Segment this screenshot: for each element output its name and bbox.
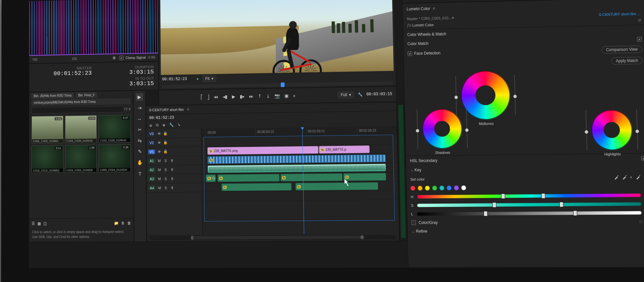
sequence-link[interactable]: 0-CENTURY short film … [599, 12, 641, 16]
comparison-view-button[interactable]: Comparison View [601, 45, 642, 53]
new-item-icon[interactable]: 🗎 [121, 221, 125, 225]
hsl-refine-label[interactable]: Refine [416, 229, 428, 234]
settings-icon[interactable]: ⚙ [112, 55, 117, 61]
step-fwd-icon[interactable]: ▮▸ [240, 94, 244, 99]
hsl-swatch[interactable] [454, 185, 459, 190]
ruler-tick: 00:02:59:19 [357, 127, 376, 136]
color-gray-toggle[interactable] [411, 221, 416, 225]
more-icon[interactable]: » [293, 93, 296, 98]
timeline-clip[interactable]: fx239_MATTE.png [207, 146, 318, 155]
link-icon[interactable]: ⧉ [156, 123, 159, 127]
face-detection-toggle[interactable]: ✓ Face Detection [408, 51, 441, 56]
slip-tool[interactable]: ⇆ [136, 137, 143, 145]
project-clip[interactable]: 3:11C018_C012_0108BQ [32, 145, 63, 173]
timeline-current-tc[interactable]: 00:01:52:23 [149, 116, 174, 120]
pen-tool[interactable]: ✎ [136, 148, 143, 155]
highlights-wheel[interactable] [591, 110, 633, 150]
marker-icon[interactable]: ◈ [163, 123, 166, 127]
timeline-clip[interactable]: fx [222, 183, 292, 191]
new-bin-icon[interactable]: 📁 [114, 221, 119, 225]
project-clip[interactable]: 1:58C019_C002_0108DE [65, 145, 97, 173]
hsl-swatch[interactable] [447, 186, 451, 191]
type-tool[interactable]: T [136, 170, 144, 177]
eyedropper-add[interactable]: ＋ [622, 174, 633, 180]
bin-crumb[interactable]: Bin: JGH4s from R3D Trims [32, 93, 74, 99]
timeline-clip[interactable]: fx [217, 174, 279, 182]
export-frame-icon[interactable]: 📷 [274, 93, 280, 99]
hsl-swatch[interactable] [432, 186, 437, 191]
track-select-tool[interactable]: ⇥ [136, 104, 143, 112]
program-current-tc[interactable]: 00:01:52:23 [162, 77, 187, 81]
program-transport[interactable]: ⎡ ⎦ ⏮ ◂▮ ▶ ▮▸ ⏭ ⤒ ⤓ 📷 ▣ » [163, 89, 334, 103]
add-track-icon[interactable]: ↳ [177, 122, 181, 127]
audio-track-header[interactable]: A1MS🎙 [147, 156, 202, 165]
list-view-icon[interactable]: ☰ [32, 221, 35, 226]
hsl-preset-swatches[interactable] [411, 185, 466, 191]
hsl-key-label[interactable]: Key [414, 168, 421, 173]
zoom-fit-select[interactable]: Fit▾ [203, 75, 216, 82]
project-clip[interactable]: 1:23C050_C003_01096C [32, 116, 63, 144]
video-track-header[interactable]: V1👁🔒 [146, 147, 201, 156]
lift-icon[interactable]: ⤒ [258, 94, 262, 99]
freeform-view-icon[interactable]: ◫ [43, 221, 47, 226]
project-clip[interactable]: 0:36C055_C019_0110GH [99, 144, 131, 172]
settings-icon[interactable]: 🔧 [169, 123, 174, 127]
step-back-icon[interactable]: ◂▮ [223, 94, 227, 99]
mark-in-icon[interactable]: ⎡ [201, 94, 203, 99]
apply-match-button[interactable]: Apply Match [611, 57, 642, 64]
duration-value: 3:03:15 [95, 69, 154, 76]
play-icon[interactable]: ▶ [232, 94, 235, 99]
s-range[interactable] [417, 202, 641, 207]
section-color-wheels[interactable]: Color Wheels & Match [407, 32, 446, 37]
timeline-zoom[interactable] [149, 235, 396, 240]
hsl-swatch[interactable] [418, 186, 422, 191]
extract-icon[interactable]: ⤓ [266, 93, 270, 99]
timeline-clip[interactable] [208, 164, 386, 173]
video-track-header[interactable]: V3👁🔒 [146, 129, 201, 138]
l-range[interactable] [417, 211, 641, 216]
ruler-tick: :00:00 [205, 128, 216, 138]
h-range[interactable] [417, 193, 641, 198]
timeline-clip[interactable]: fx [280, 173, 342, 181]
go-to-in-icon[interactable]: ⏮ [214, 94, 218, 99]
snap-icon[interactable]: ⬙ [149, 123, 152, 127]
eyedropper-sub[interactable]: － [636, 174, 644, 180]
audio-track-header[interactable]: A4MS🎙 [147, 183, 202, 193]
hsl-swatch[interactable] [461, 185, 466, 190]
go-to-out-icon[interactable]: ⏭ [249, 94, 253, 99]
safe-margins-icon[interactable]: ▣ [284, 93, 289, 98]
eyedropper-set[interactable] [614, 175, 620, 180]
midtones-label: Midtones [479, 122, 494, 126]
audio-track-header[interactable]: A2MS🎙 [147, 165, 202, 174]
trash-icon[interactable]: 🗑 [128, 221, 131, 225]
hsl-swatch[interactable] [425, 186, 430, 191]
hsl-swatch[interactable] [440, 186, 444, 191]
ripple-tool[interactable]: ↔ [136, 115, 143, 123]
mark-out-icon[interactable]: ⎦ [207, 94, 209, 99]
bin-crumb[interactable]: Bin: Final_F [76, 92, 97, 98]
project-clip[interactable]: 2:04C103_C028_0109AD [65, 115, 97, 143]
section-hsl[interactable]: HSL Secondary [410, 158, 438, 163]
shadows-wheel[interactable] [422, 109, 462, 149]
selection-tool[interactable]: ▶ [136, 93, 143, 101]
timeline-clip[interactable]: fxConsta… [206, 174, 215, 182]
sequence-tab[interactable]: 0-CENTURY short film [149, 108, 184, 112]
h-label: H [411, 195, 413, 199]
color-match-toggle[interactable]: ✓ [637, 37, 642, 42]
razor-tool[interactable]: ✂ [136, 126, 143, 134]
hand-tool[interactable]: ✋ [136, 159, 144, 166]
timeline-clip[interactable]: fx [343, 173, 386, 181]
icon-view-icon[interactable]: ▦ [37, 221, 41, 226]
timeline-clip[interactable]: fx [208, 155, 386, 164]
video-track-header[interactable]: V2👁🔒 [146, 138, 201, 147]
hsl-swatch[interactable] [411, 186, 415, 191]
master-timecode: 00:01:52:23 [33, 70, 92, 77]
timeline-clip[interactable]: fx [295, 182, 378, 191]
clamp-signal-toggle[interactable]: ✓Clamp Signal [119, 55, 146, 60]
timeline-clip[interactable]: fx239_MATTE.p [319, 146, 370, 154]
wrench-icon[interactable]: 🔧 [358, 92, 363, 97]
bin-path[interactable]: century.prproj\MEDIA\JGH4s from R3D Trim… [32, 99, 130, 106]
audio-track-header[interactable]: A3MS🎙 [147, 174, 202, 183]
project-clip[interactable]: 0:47C103_C028_0109AK [99, 115, 131, 143]
resolution-select[interactable]: Full▾ [338, 91, 354, 98]
